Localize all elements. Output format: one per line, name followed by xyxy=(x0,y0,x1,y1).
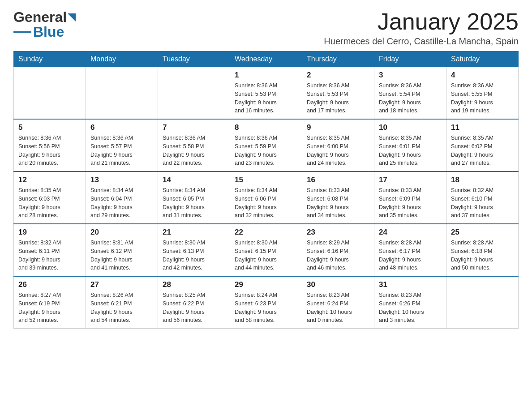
header-thursday: Thursday xyxy=(302,51,374,67)
logo: General Blue xyxy=(13,9,76,40)
logo-triangle-icon xyxy=(68,13,76,22)
calendar-table: SundayMondayTuesdayWednesdayThursdayFrid… xyxy=(13,51,519,329)
day-number: 25 xyxy=(451,228,514,237)
calendar-cell: 27Sunrise: 8:26 AMSunset: 6:21 PMDayligh… xyxy=(86,276,158,329)
calendar-cell: 24Sunrise: 8:28 AMSunset: 6:17 PMDayligh… xyxy=(374,224,446,276)
calendar-cell xyxy=(446,276,519,329)
day-number: 18 xyxy=(451,176,514,184)
day-info: Sunrise: 8:35 AMSunset: 6:00 PMDaylight:… xyxy=(307,134,369,167)
day-number: 2 xyxy=(307,71,369,80)
day-info: Sunrise: 8:23 AMSunset: 6:24 PMDaylight:… xyxy=(307,291,369,325)
day-info: Sunrise: 8:25 AMSunset: 6:22 PMDaylight:… xyxy=(163,291,225,325)
day-number: 22 xyxy=(235,228,297,237)
week-row-2: 5Sunrise: 8:36 AMSunset: 5:56 PMDaylight… xyxy=(14,119,519,171)
calendar-cell: 22Sunrise: 8:30 AMSunset: 6:15 PMDayligh… xyxy=(230,224,302,276)
day-info: Sunrise: 8:29 AMSunset: 6:16 PMDaylight:… xyxy=(307,239,369,272)
logo-blue-text: Blue xyxy=(33,24,64,40)
calendar-cell: 26Sunrise: 8:27 AMSunset: 6:19 PMDayligh… xyxy=(14,276,86,329)
week-row-3: 12Sunrise: 8:35 AMSunset: 6:03 PMDayligh… xyxy=(14,171,519,224)
calendar-cell: 28Sunrise: 8:25 AMSunset: 6:22 PMDayligh… xyxy=(158,276,230,329)
day-info: Sunrise: 8:28 AMSunset: 6:18 PMDaylight:… xyxy=(451,239,514,272)
calendar-cell: 29Sunrise: 8:24 AMSunset: 6:23 PMDayligh… xyxy=(230,276,302,329)
header-saturday: Saturday xyxy=(446,51,519,67)
day-info: Sunrise: 8:27 AMSunset: 6:19 PMDaylight:… xyxy=(18,291,81,325)
day-info: Sunrise: 8:36 AMSunset: 5:59 PMDaylight:… xyxy=(235,134,297,167)
calendar-cell: 2Sunrise: 8:36 AMSunset: 5:53 PMDaylight… xyxy=(302,67,374,120)
calendar-cell: 19Sunrise: 8:32 AMSunset: 6:11 PMDayligh… xyxy=(14,224,86,276)
calendar-cell: 13Sunrise: 8:34 AMSunset: 6:04 PMDayligh… xyxy=(86,171,158,224)
day-info: Sunrise: 8:36 AMSunset: 5:57 PMDaylight:… xyxy=(90,134,153,167)
day-headers-row: SundayMondayTuesdayWednesdayThursdayFrid… xyxy=(14,51,519,67)
week-row-1: 1Sunrise: 8:36 AMSunset: 5:53 PMDaylight… xyxy=(14,67,519,120)
day-number: 12 xyxy=(18,176,81,184)
day-info: Sunrise: 8:34 AMSunset: 6:04 PMDaylight:… xyxy=(90,186,153,220)
calendar-cell: 12Sunrise: 8:35 AMSunset: 6:03 PMDayligh… xyxy=(14,171,86,224)
day-number: 21 xyxy=(163,228,225,237)
calendar-cell: 21Sunrise: 8:30 AMSunset: 6:13 PMDayligh… xyxy=(158,224,230,276)
calendar-cell: 9Sunrise: 8:35 AMSunset: 6:00 PMDaylight… xyxy=(302,119,374,171)
day-number: 16 xyxy=(307,176,369,184)
day-info: Sunrise: 8:23 AMSunset: 6:26 PMDaylight:… xyxy=(379,291,442,325)
month-title: January 2025 xyxy=(324,9,519,34)
calendar-cell: 1Sunrise: 8:36 AMSunset: 5:53 PMDaylight… xyxy=(230,67,302,120)
calendar-cell: 5Sunrise: 8:36 AMSunset: 5:56 PMDaylight… xyxy=(14,119,86,171)
calendar-cell: 23Sunrise: 8:29 AMSunset: 6:16 PMDayligh… xyxy=(302,224,374,276)
day-info: Sunrise: 8:28 AMSunset: 6:17 PMDaylight:… xyxy=(379,239,442,272)
week-row-5: 26Sunrise: 8:27 AMSunset: 6:19 PMDayligh… xyxy=(14,276,519,329)
day-info: Sunrise: 8:36 AMSunset: 5:56 PMDaylight:… xyxy=(18,134,81,167)
calendar-cell: 4Sunrise: 8:36 AMSunset: 5:55 PMDaylight… xyxy=(446,67,519,120)
day-info: Sunrise: 8:32 AMSunset: 6:11 PMDaylight:… xyxy=(18,239,81,272)
day-number: 27 xyxy=(90,280,153,289)
day-number: 20 xyxy=(90,228,153,237)
calendar-cell xyxy=(86,67,158,120)
day-info: Sunrise: 8:34 AMSunset: 6:06 PMDaylight:… xyxy=(235,186,297,220)
day-number: 23 xyxy=(307,228,369,237)
day-number: 1 xyxy=(235,71,297,80)
week-row-4: 19Sunrise: 8:32 AMSunset: 6:11 PMDayligh… xyxy=(14,224,519,276)
calendar-cell: 25Sunrise: 8:28 AMSunset: 6:18 PMDayligh… xyxy=(446,224,519,276)
calendar-cell xyxy=(158,67,230,120)
day-info: Sunrise: 8:36 AMSunset: 5:54 PMDaylight:… xyxy=(379,81,442,115)
calendar-cell: 31Sunrise: 8:23 AMSunset: 6:26 PMDayligh… xyxy=(374,276,446,329)
day-info: Sunrise: 8:33 AMSunset: 6:09 PMDaylight:… xyxy=(379,186,442,220)
page-header: General Blue January 2025 Huermeces del … xyxy=(13,9,519,47)
day-number: 26 xyxy=(18,280,81,289)
calendar-cell: 7Sunrise: 8:36 AMSunset: 5:58 PMDaylight… xyxy=(158,119,230,171)
day-number: 19 xyxy=(18,228,81,237)
header-wednesday: Wednesday xyxy=(230,51,302,67)
day-number: 24 xyxy=(379,228,442,237)
header-sunday: Sunday xyxy=(14,51,86,67)
day-info: Sunrise: 8:35 AMSunset: 6:01 PMDaylight:… xyxy=(379,134,442,167)
day-number: 4 xyxy=(451,71,514,80)
day-info: Sunrise: 8:30 AMSunset: 6:15 PMDaylight:… xyxy=(235,239,297,272)
calendar-cell: 11Sunrise: 8:35 AMSunset: 6:02 PMDayligh… xyxy=(446,119,519,171)
calendar-cell: 8Sunrise: 8:36 AMSunset: 5:59 PMDaylight… xyxy=(230,119,302,171)
day-number: 11 xyxy=(451,123,514,132)
day-info: Sunrise: 8:35 AMSunset: 6:02 PMDaylight:… xyxy=(451,134,514,167)
day-info: Sunrise: 8:35 AMSunset: 6:03 PMDaylight:… xyxy=(18,186,81,220)
calendar-cell: 3Sunrise: 8:36 AMSunset: 5:54 PMDaylight… xyxy=(374,67,446,120)
day-info: Sunrise: 8:36 AMSunset: 5:55 PMDaylight:… xyxy=(451,81,514,115)
day-number: 31 xyxy=(379,280,442,289)
day-number: 10 xyxy=(379,123,442,132)
day-number: 29 xyxy=(235,280,297,289)
header-friday: Friday xyxy=(374,51,446,67)
day-info: Sunrise: 8:26 AMSunset: 6:21 PMDaylight:… xyxy=(90,291,153,325)
day-number: 14 xyxy=(163,176,225,184)
day-number: 28 xyxy=(163,280,225,289)
day-info: Sunrise: 8:36 AMSunset: 5:53 PMDaylight:… xyxy=(235,81,297,115)
day-number: 5 xyxy=(18,123,81,132)
svg-marker-0 xyxy=(68,13,76,21)
logo-general-text: General xyxy=(13,9,67,26)
location-title: Huermeces del Cerro, Castille-La Mancha,… xyxy=(324,36,519,47)
day-info: Sunrise: 8:30 AMSunset: 6:13 PMDaylight:… xyxy=(163,239,225,272)
calendar-cell: 10Sunrise: 8:35 AMSunset: 6:01 PMDayligh… xyxy=(374,119,446,171)
day-number: 6 xyxy=(90,123,153,132)
day-info: Sunrise: 8:34 AMSunset: 6:05 PMDaylight:… xyxy=(163,186,225,220)
day-number: 3 xyxy=(379,71,442,80)
day-number: 30 xyxy=(307,280,369,289)
calendar-cell: 15Sunrise: 8:34 AMSunset: 6:06 PMDayligh… xyxy=(230,171,302,224)
calendar-cell: 30Sunrise: 8:23 AMSunset: 6:24 PMDayligh… xyxy=(302,276,374,329)
day-info: Sunrise: 8:36 AMSunset: 5:53 PMDaylight:… xyxy=(307,81,369,115)
header-monday: Monday xyxy=(86,51,158,67)
